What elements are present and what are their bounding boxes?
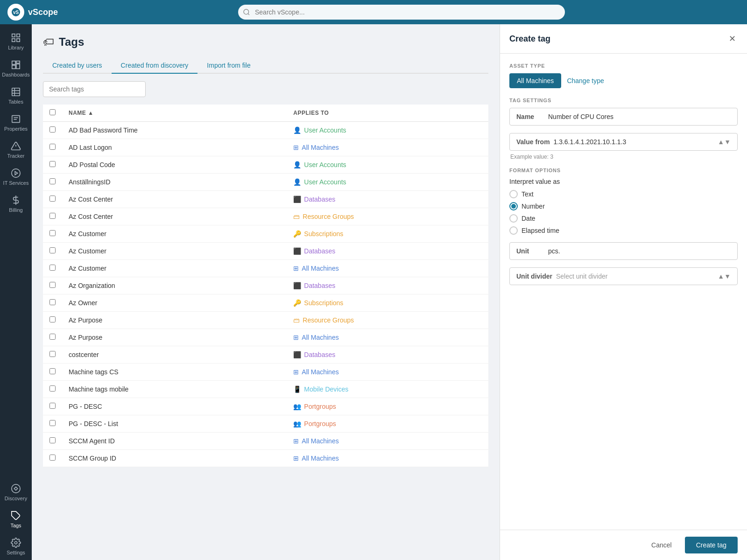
cancel-button[interactable]: Cancel: [644, 537, 679, 553]
applies-to-label: Databases: [304, 196, 335, 203]
row-checkbox[interactable]: [49, 230, 56, 236]
table-row[interactable]: Az Cost Center 🗃 Resource Groups: [43, 208, 488, 225]
applies-to-label: All Machines: [302, 265, 338, 272]
row-checkbox[interactable]: [49, 196, 56, 202]
applies-to-label: All Machines: [302, 144, 338, 151]
row-applies-to: 🗃 Resource Groups: [287, 312, 488, 329]
row-checkbox[interactable]: [49, 213, 56, 219]
row-name: Az Customer: [62, 243, 287, 260]
row-checkbox[interactable]: [49, 126, 56, 133]
row-applies-to: 📱 Mobile Devices: [287, 381, 488, 398]
row-checkbox[interactable]: [49, 351, 56, 357]
table-row[interactable]: AD Postal Code 👤 User Accounts: [43, 156, 488, 174]
create-tag-button[interactable]: Create tag: [685, 537, 738, 553]
table-row[interactable]: PG - DESC - List 👥 Portgroups: [43, 415, 488, 433]
close-panel-button[interactable]: ✕: [727, 32, 738, 46]
global-search[interactable]: [238, 5, 565, 20]
app-logo[interactable]: vS vScope: [7, 4, 63, 21]
panel-title: Create tag: [509, 34, 550, 44]
unit-label: Unit: [516, 247, 544, 255]
row-applies-to: ⊞ All Machines: [287, 433, 488, 450]
sidebar-item-tags[interactable]: Tags: [0, 506, 32, 533]
table-row[interactable]: Az Purpose ⊞ All Machines: [43, 329, 488, 346]
page-title-icon: 🏷: [43, 35, 54, 49]
row-name: Az Customer: [62, 260, 287, 277]
row-checkbox[interactable]: [49, 385, 56, 392]
row-checkbox[interactable]: [49, 334, 56, 340]
tags-table: NAME ▲ APPLIES TO AD Bad Password Time 👤…: [43, 105, 488, 467]
table-row[interactable]: Az Customer ⬛ Databases: [43, 243, 488, 260]
row-name: AnställningsID: [62, 174, 287, 191]
unit-field-row: Unit pcs.: [509, 242, 738, 260]
table-row[interactable]: AD Last Logon ⊞ All Machines: [43, 139, 488, 156]
row-name: PG - DESC: [62, 398, 287, 415]
tab-created-from-discovery[interactable]: Created from discovery: [112, 58, 198, 74]
row-checkbox[interactable]: [49, 161, 56, 167]
example-value-label: Example value:: [510, 154, 549, 160]
table-row[interactable]: AnställningsID 👤 User Accounts: [43, 174, 488, 191]
radio-date-label: Date: [521, 215, 536, 222]
table-row[interactable]: PG - DESC 👥 Portgroups: [43, 398, 488, 415]
sidebar-item-tracker[interactable]: Tracker: [0, 136, 32, 163]
select-all-checkbox[interactable]: [49, 109, 56, 115]
tab-import-from-file[interactable]: Import from file: [197, 58, 260, 74]
svg-rect-9: [16, 61, 20, 63]
row-checkbox[interactable]: [49, 316, 56, 322]
value-from-select[interactable]: Value from 1.3.6.1.4.1.2021.10.1.1.3 ▲▼: [509, 133, 738, 151]
dashboards-icon: [11, 60, 21, 70]
sidebar-item-billing[interactable]: Billing: [0, 190, 32, 217]
row-checkbox[interactable]: [49, 420, 56, 426]
svg-rect-4: [12, 34, 15, 37]
search-tags-input[interactable]: [43, 81, 146, 97]
all-machines-button[interactable]: All Machines: [509, 73, 561, 88]
sidebar-item-settings[interactable]: Settings: [0, 533, 32, 560]
table-row[interactable]: Az Organization ⬛ Databases: [43, 277, 488, 294]
change-type-button[interactable]: Change type: [567, 77, 604, 84]
table-row[interactable]: Machine tags mobile 📱 Mobile Devices: [43, 381, 488, 398]
row-checkbox[interactable]: [49, 247, 56, 253]
global-search-input[interactable]: [238, 5, 565, 20]
tab-created-by-users[interactable]: Created by users: [43, 58, 112, 74]
unit-divider-select[interactable]: Unit divider Select unit divider ▲▼: [509, 267, 738, 285]
applies-to-label: User Accounts: [304, 178, 346, 186]
row-checkbox[interactable]: [49, 437, 56, 443]
applies-to-label: Resource Groups: [303, 213, 354, 220]
row-checkbox[interactable]: [49, 299, 56, 305]
sidebar-item-discovery[interactable]: Discovery: [0, 479, 32, 506]
table-row[interactable]: Az Cost Center ⬛ Databases: [43, 191, 488, 208]
radio-text[interactable]: Text: [509, 190, 738, 198]
row-applies-to: 👤 User Accounts: [287, 156, 488, 174]
radio-date[interactable]: Date: [509, 214, 738, 223]
row-name: AD Last Logon: [62, 139, 287, 156]
sidebar-item-properties[interactable]: Properties: [0, 109, 32, 136]
unit-divider-arrow: ▲▼: [718, 273, 731, 280]
svg-line-3: [248, 14, 249, 15]
row-checkbox[interactable]: [49, 282, 56, 288]
table-row[interactable]: Machine tags CS ⊞ All Machines: [43, 364, 488, 381]
row-name: Machine tags CS: [62, 364, 287, 381]
radio-number[interactable]: Number: [509, 202, 738, 210]
row-checkbox[interactable]: [49, 403, 56, 409]
value-from-label: Value from: [516, 138, 550, 146]
table-row[interactable]: Az Purpose 🗃 Resource Groups: [43, 312, 488, 329]
table-row[interactable]: Az Owner 🔑 Subscriptions: [43, 294, 488, 312]
sidebar-item-dashboards[interactable]: Dashboards: [0, 55, 32, 82]
sidebar-item-tables[interactable]: Tables: [0, 82, 32, 109]
row-checkbox[interactable]: [49, 368, 56, 374]
radio-elapsed-time[interactable]: Elapsed time: [509, 226, 738, 235]
row-checkbox[interactable]: [49, 144, 56, 150]
table-row[interactable]: costcenter ⬛ Databases: [43, 346, 488, 364]
table-row[interactable]: Az Customer ⊞ All Machines: [43, 260, 488, 277]
table-row[interactable]: SCCM Group ID ⊞ All Machines: [43, 450, 488, 467]
svg-rect-7: [17, 39, 20, 42]
row-checkbox[interactable]: [49, 265, 56, 271]
page-header: 🏷 Tags: [43, 35, 488, 49]
row-checkbox[interactable]: [49, 455, 56, 461]
table-row[interactable]: AD Bad Password Time 👤 User Accounts: [43, 122, 488, 139]
row-checkbox[interactable]: [49, 178, 56, 184]
sidebar-item-it-services[interactable]: IT Services: [0, 163, 32, 190]
sidebar-item-library[interactable]: Library: [0, 28, 32, 55]
table-row[interactable]: SCCM Agent ID ⊞ All Machines: [43, 433, 488, 450]
table-row[interactable]: Az Customer 🔑 Subscriptions: [43, 225, 488, 243]
search-tags-container: [43, 81, 488, 97]
